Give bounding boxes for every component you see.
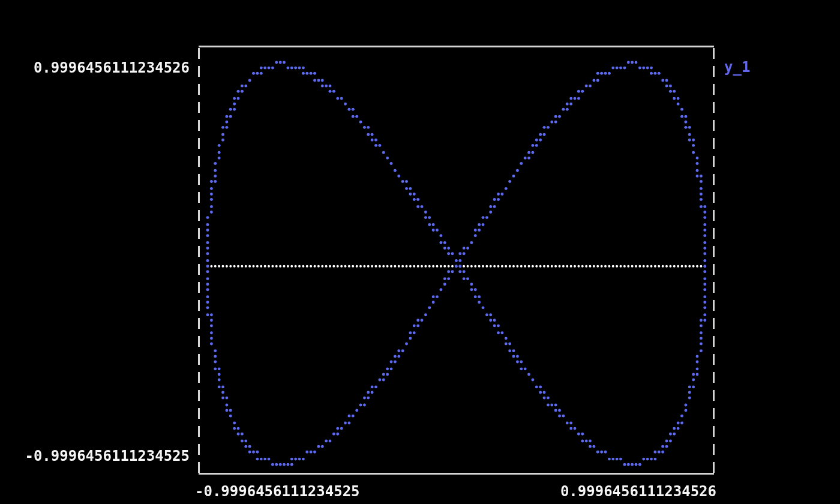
plot-frame-bottom-border	[199, 473, 714, 475]
legend-entry-y1: y_1	[724, 59, 750, 75]
y-axis-min-tick-label: -0.9996456111234525	[25, 448, 190, 464]
terminal-plot-screen: 0.9996456111234526 -0.9996456111234525 -…	[0, 0, 840, 504]
plot-frame-left-border	[198, 48, 200, 473]
plot-frame-top-border	[199, 46, 714, 47]
x-axis-max-tick-label: 0.9996456111234526	[560, 484, 716, 499]
plot-frame-right-border	[713, 48, 715, 473]
x-axis-min-tick-label: -0.9996456111234525	[195, 484, 360, 499]
y-axis-max-tick-label: 0.9996456111234526	[34, 60, 190, 76]
